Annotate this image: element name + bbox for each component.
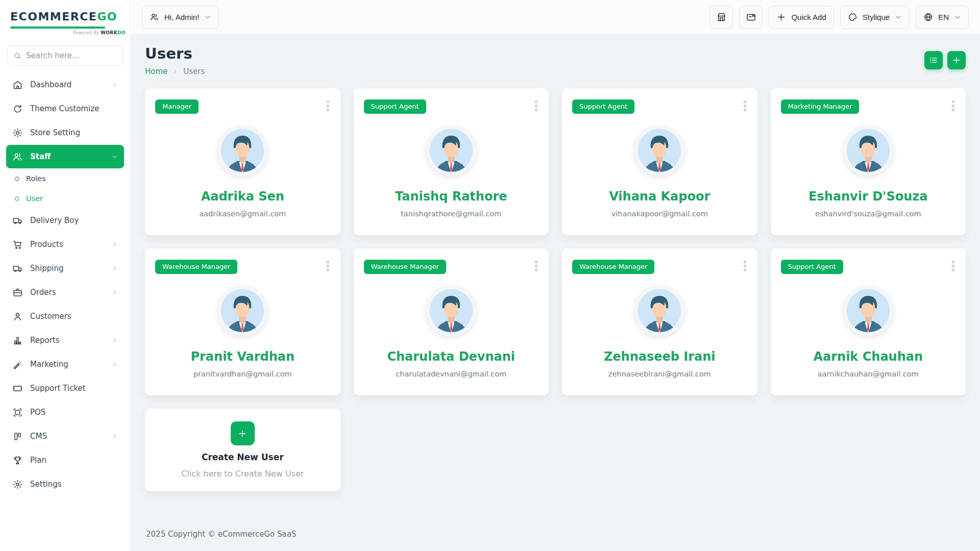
messages-button[interactable] xyxy=(739,6,763,29)
sidebar-item-plan[interactable]: Plan xyxy=(6,448,124,472)
brand-name-primary: ECOMMERCE xyxy=(10,10,97,23)
role-badge: Manager xyxy=(155,99,199,114)
sidebar-item-roles[interactable]: Roles xyxy=(6,169,124,188)
chevron-right-icon xyxy=(111,289,118,296)
create-new-user-card[interactable]: Create New User Click here to Create New… xyxy=(145,409,340,491)
admin-menu-button[interactable]: Hi, Admin! xyxy=(142,6,219,29)
content: Users Home Users Manager xyxy=(131,35,980,551)
language-label: EN xyxy=(938,13,949,21)
sidebar-item-pos[interactable]: POS xyxy=(6,400,124,424)
card-menu-button[interactable] xyxy=(951,260,955,272)
pos-icon xyxy=(12,407,23,418)
user-card: Support Agent Aarnik Chauhan aarnikchauh… xyxy=(771,248,966,395)
page-actions xyxy=(924,51,966,69)
avatar xyxy=(426,285,477,336)
brand-logo[interactable]: ECOMMERCEGO Powered By WORKDO xyxy=(6,5,124,37)
sidebar-item-shipping[interactable]: Shipping xyxy=(6,257,124,280)
user-name-link[interactable]: Eshanvir D'Souza xyxy=(808,189,927,204)
chevron-down-icon xyxy=(204,14,211,21)
sidebar-item-orders[interactable]: Orders xyxy=(6,281,124,304)
card-menu-button[interactable] xyxy=(534,260,538,272)
ticket-icon xyxy=(12,383,23,394)
sidebar-item-staff[interactable]: Staff xyxy=(6,145,124,168)
storefront-button[interactable] xyxy=(709,6,733,29)
user-name-link[interactable]: Aadrika Sen xyxy=(201,189,284,204)
card-menu-button[interactable] xyxy=(326,99,330,112)
user-card: Manager Aadrika Sen aadrikasen@gmail.com xyxy=(145,88,340,235)
quick-add-button[interactable]: Quick Add xyxy=(769,6,834,29)
list-view-button[interactable] xyxy=(924,51,943,69)
breadcrumb: Home Users xyxy=(145,67,205,76)
truck-icon xyxy=(12,215,23,226)
sidebar-item-label: CMS xyxy=(30,432,47,441)
user-name-link[interactable]: Zehnaseeb Irani xyxy=(604,349,716,364)
plus-icon xyxy=(952,56,961,65)
role-badge: Support Agent xyxy=(364,99,426,114)
brand-name: ECOMMERCEGO xyxy=(10,10,120,23)
avatar xyxy=(217,125,268,176)
topbar-actions: Quick Add Stylique EN xyxy=(709,6,969,29)
role-badge: Marketing Manager xyxy=(781,99,860,114)
user-name-link[interactable]: Pranit Vardhan xyxy=(190,349,295,364)
user-card: Marketing Manager Eshanvir D'Souza eshan… xyxy=(771,88,966,235)
user-name-link[interactable]: Aarnik Chauhan xyxy=(813,349,923,364)
sidebar-item-label: Plan xyxy=(30,456,46,465)
user-card: Support Agent Vihana Kapoor vihanakapoor… xyxy=(562,88,757,235)
theme-selector-button[interactable]: Stylique xyxy=(840,6,910,29)
card-menu-button[interactable] xyxy=(534,99,538,112)
create-user-plus-button[interactable] xyxy=(231,421,255,445)
home-icon xyxy=(12,80,23,90)
sidebar-item-reports[interactable]: Reports xyxy=(6,329,124,352)
search-input[interactable] xyxy=(26,51,116,60)
user-name-link[interactable]: Vihana Kapoor xyxy=(609,189,710,204)
sidebar-item-customers[interactable]: Customers xyxy=(6,305,124,328)
card-menu-button[interactable] xyxy=(326,260,330,272)
chevron-right-icon xyxy=(111,433,118,440)
sidebar-item-dashboard[interactable]: Dashboard xyxy=(6,73,124,96)
avatar xyxy=(217,285,268,336)
cms-columns-icon xyxy=(12,431,23,442)
create-card-subtitle: Click here to Create New User xyxy=(181,469,304,479)
card-menu-button[interactable] xyxy=(743,260,747,272)
sidebar-item-delivery-boy[interactable]: Delivery Boy xyxy=(6,209,124,232)
sidebar-item-products[interactable]: Products xyxy=(6,233,124,256)
chevron-right-icon xyxy=(111,337,118,344)
sidebar-item-label: User xyxy=(26,194,43,203)
trophy-icon xyxy=(12,455,23,466)
mail-icon xyxy=(746,12,756,22)
bullet-icon xyxy=(15,196,19,201)
language-selector-button[interactable]: EN xyxy=(916,6,969,29)
card-menu-button[interactable] xyxy=(743,99,747,112)
gear-icon xyxy=(12,479,23,490)
theme-label: Stylique xyxy=(863,13,890,21)
sidebar-item-marketing[interactable]: Marketing xyxy=(6,353,124,376)
add-user-button[interactable] xyxy=(947,51,966,69)
sidebar-item-user[interactable]: User xyxy=(6,189,124,208)
sidebar-item-label: Customers xyxy=(30,312,71,321)
sidebar-item-label: Roles xyxy=(26,174,46,183)
sidebar-item-settings[interactable]: Settings xyxy=(6,472,124,496)
user-name-link[interactable]: Tanishq Rathore xyxy=(395,189,507,204)
sidebar-item-label: Products xyxy=(30,240,63,249)
chevron-down-icon xyxy=(954,14,961,21)
sidebar-item-store-setting[interactable]: Store Setting xyxy=(6,121,124,144)
breadcrumb-current: Users xyxy=(183,67,205,76)
list-icon xyxy=(929,56,938,65)
sidebar-item-label: Delivery Boy xyxy=(30,216,79,225)
user-name-link[interactable]: Charulata Devnani xyxy=(387,349,515,364)
sidebar-item-label: Dashboard xyxy=(30,80,71,89)
breadcrumb-home-link[interactable]: Home xyxy=(145,67,167,76)
sidebar-item-support-ticket[interactable]: Support Ticket xyxy=(6,377,124,400)
sidebar-item-theme-customize[interactable]: Theme Customize xyxy=(6,97,124,120)
user-email: zehnaseeblrani@gmail.com xyxy=(608,370,711,378)
user-card: Warehouse Manager Pranit Vardhan pranitv… xyxy=(145,248,340,395)
chevron-right-icon xyxy=(111,241,118,248)
page-header: Users Home Users xyxy=(145,45,966,76)
card-menu-button[interactable] xyxy=(951,99,955,112)
user-card: Warehouse Manager Charulata Devnani char… xyxy=(354,248,549,395)
copyright-footer: 2025 Copyright © eCommerceGo SaaS xyxy=(145,521,966,544)
shipping-truck-icon xyxy=(12,263,23,274)
sidebar-item-cms[interactable]: CMS xyxy=(6,424,124,448)
greeting-label: Hi, Admin! xyxy=(164,13,199,21)
user-email: pranitvardhan@gmail.com xyxy=(193,370,292,378)
